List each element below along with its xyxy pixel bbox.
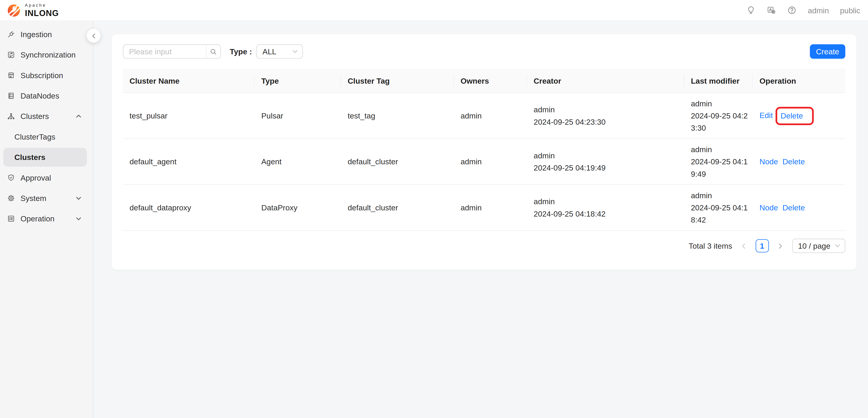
sidebar-item-clusters[interactable]: Clusters [3, 107, 87, 126]
sidebar-item-system[interactable]: System [3, 189, 87, 208]
sidebar-item-label: Subscription [21, 71, 81, 80]
delete-link[interactable]: Delete [782, 157, 805, 166]
search-button[interactable] [206, 45, 220, 58]
chevron-right-icon [777, 243, 783, 249]
sidebar-item-label: DataNodes [21, 91, 81, 100]
toolbar: Type : ALL Create [123, 44, 845, 59]
modifier-name: admin [691, 144, 746, 156]
app-root: Apache INLONG [0, 0, 868, 418]
table-row: test_pulsar Pulsar test_tag admin admin … [123, 93, 845, 139]
sidebar-item-approval[interactable]: Approval [3, 168, 87, 187]
column-header-cluster-name: Cluster Name [123, 69, 255, 93]
username[interactable]: admin [808, 6, 829, 15]
type-filter-label: Type : [230, 47, 252, 56]
modifier-time: 2024-09-25 04:18:42 [691, 202, 749, 226]
clusters-card: Type : ALL Create Cluster Name [112, 34, 856, 270]
pagination-next-button[interactable] [774, 239, 786, 252]
page-size-select[interactable]: 10 / page [792, 239, 845, 253]
cell-owners: admin [454, 185, 527, 231]
pagination-prev-button[interactable] [738, 239, 750, 252]
sidebar-item-label: Ingestion [21, 30, 81, 39]
column-header-cluster-tag: Cluster Tag [341, 69, 454, 93]
cell-cluster-tag: default_cluster [341, 185, 454, 231]
logo-apache-text: Apache [25, 3, 59, 7]
create-button[interactable]: Create [810, 44, 845, 59]
cell-type: Pulsar [255, 93, 341, 139]
cell-cluster-name: test_pulsar [123, 93, 255, 139]
column-header-operation: Operation [753, 69, 845, 93]
chevron-down-icon [76, 216, 81, 221]
column-header-creator: Creator [527, 69, 684, 93]
operation-list-icon [7, 215, 15, 222]
cell-cluster-tag: default_cluster [341, 139, 454, 185]
search-input[interactable] [124, 45, 206, 58]
node-link[interactable]: Node [760, 157, 778, 166]
creator-time: 2024-09-25 04:19:49 [534, 161, 678, 174]
creator-name: admin [534, 103, 678, 116]
sidebar-item-clusters-page[interactable]: Clusters [3, 148, 87, 167]
pagination-page-1[interactable]: 1 [755, 239, 769, 252]
sidebar-item-ingestion[interactable]: Ingestion [3, 25, 87, 44]
chevron-down-icon [835, 243, 840, 249]
modifier-name: admin [691, 189, 746, 202]
cell-last-modifier: admin 2024-09-25 04:19:49 [684, 139, 753, 185]
chevron-left-icon [91, 33, 96, 38]
logo-product-text: INLONG [25, 9, 59, 17]
pagination-total: Total 3 items [689, 241, 732, 250]
chevron-up-icon [76, 114, 81, 119]
cell-cluster-name: default_agent [123, 139, 255, 185]
datanodes-database-icon [7, 92, 15, 100]
clusters-icon [7, 112, 15, 120]
delete-link[interactable]: Delete [782, 203, 805, 212]
pagination: Total 3 items 1 10 / page [123, 239, 845, 253]
cell-creator: admin 2024-09-25 04:18:42 [527, 185, 684, 231]
top-header: Apache INLONG [0, 0, 868, 21]
subscription-shop-icon [7, 71, 15, 79]
sidebar-collapse-button[interactable] [87, 29, 100, 42]
sidebar-item-label: Clusters [21, 112, 76, 121]
creator-time: 2024-09-25 04:18:42 [534, 208, 678, 220]
app-logo[interactable]: Apache INLONG [7, 3, 59, 18]
modifier-time: 2024-09-25 04:23:30 [691, 110, 749, 134]
cell-operation: NodeDelete [753, 139, 845, 185]
table-header-row: Cluster Name Type Cluster Tag Owners Cre… [123, 69, 845, 93]
delete-link[interactable]: Delete [781, 109, 803, 121]
sidebar-subitem-label: Clusters [14, 153, 45, 162]
cell-operation: NodeDelete [753, 185, 845, 231]
system-gear-icon [7, 194, 15, 202]
chevron-down-icon [292, 49, 298, 54]
cell-type: DataProxy [255, 185, 341, 231]
sidebar-item-synchronization[interactable]: Synchronization [3, 46, 87, 64]
help-icon[interactable] [787, 5, 797, 15]
sidebar-item-clustertags[interactable]: ClusterTags [3, 127, 87, 146]
sidebar-subitem-label: ClusterTags [14, 132, 56, 141]
sidebar-item-operation[interactable]: Operation [3, 209, 87, 228]
chevron-left-icon [741, 243, 747, 249]
edit-link[interactable]: Edit [760, 111, 773, 119]
sidebar-item-datanodes[interactable]: DataNodes [3, 86, 87, 105]
node-link[interactable]: Node [760, 203, 778, 212]
type-filter-value: ALL [262, 47, 276, 56]
type-filter-select[interactable]: ALL [256, 44, 303, 59]
language-icon[interactable] [767, 5, 776, 15]
topbar-right: admin public [746, 5, 860, 15]
cell-type: Agent [255, 139, 341, 185]
creator-time: 2024-09-25 04:23:30 [534, 116, 678, 128]
column-header-type: Type [255, 69, 341, 93]
sidebar-item-label: System [21, 194, 76, 203]
creator-name: admin [534, 149, 678, 161]
chevron-down-icon [76, 196, 81, 201]
sidebar: Ingestion Synchronization S [0, 22, 93, 418]
clusters-table: Cluster Name Type Cluster Tag Owners Cre… [123, 69, 845, 231]
sidebar-item-subscription[interactable]: Subscription [3, 66, 87, 85]
sidebar-item-label: Synchronization [21, 51, 81, 59]
modifier-time: 2024-09-25 04:19:49 [691, 156, 749, 180]
tenant-selector[interactable]: public [840, 6, 860, 15]
search-group [123, 44, 221, 59]
cell-owners: admin [454, 139, 527, 185]
column-header-last-modifier: Last modifier [684, 69, 753, 93]
modifier-name: admin [691, 97, 746, 110]
delete-annotation-box: Delete [776, 107, 813, 125]
idea-icon[interactable] [746, 5, 756, 15]
cell-creator: admin 2024-09-25 04:19:49 [527, 139, 684, 185]
